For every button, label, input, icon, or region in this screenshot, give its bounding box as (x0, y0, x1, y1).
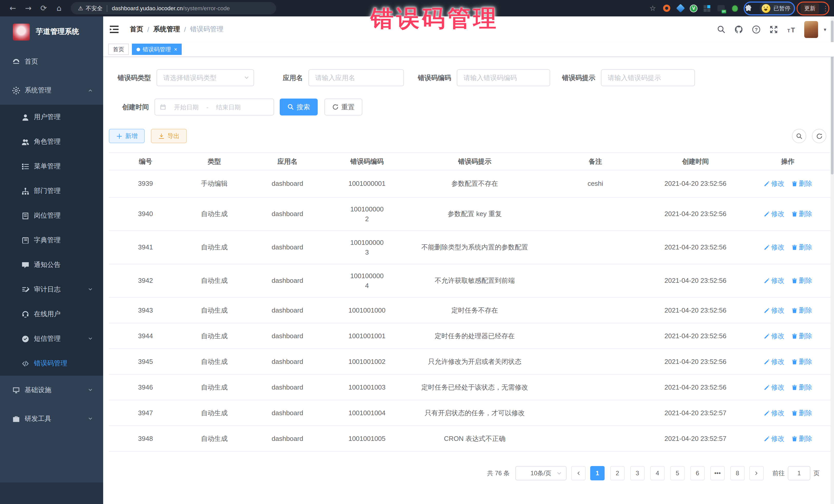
start-date-input[interactable] (166, 104, 206, 111)
sidebar-item-部门管理[interactable]: 部门管理 (0, 179, 103, 203)
type-select[interactable] (156, 69, 254, 86)
delete-link[interactable]: 删除 (791, 179, 812, 189)
browser-update-button[interactable]: 更新 (800, 3, 819, 14)
url-domain[interactable]: dashboard.yudao.iocoder.cn (112, 5, 183, 11)
breadcrumb-system[interactable]: 系统管理 (153, 25, 180, 34)
breadcrumb-home[interactable]: 首页 (130, 25, 143, 34)
sidebar-item-短信管理[interactable]: 短信管理 (0, 326, 103, 351)
edit-link[interactable]: 修改 (764, 357, 785, 367)
date-range-picker[interactable]: - (154, 98, 274, 115)
delete-link[interactable]: 删除 (791, 382, 812, 392)
page-more-button[interactable]: ••• (710, 466, 725, 480)
tag-home[interactable]: 首页 (108, 44, 129, 55)
edit-link[interactable]: 修改 (764, 382, 785, 392)
page-number-button[interactable]: 2 (610, 466, 624, 480)
delete-link[interactable]: 删除 (791, 434, 812, 444)
sidebar-item-研发工具[interactable]: 研发工具 (0, 404, 103, 433)
sidebar-collapse-area[interactable] (0, 482, 103, 504)
font-size-icon[interactable]: TT (787, 25, 795, 34)
sidebar-item-字典管理[interactable]: 字典管理 (0, 228, 103, 253)
extension-on-badge-icon[interactable] (717, 4, 725, 13)
sidebar-item-通知公告[interactable]: 通知公告 (0, 253, 103, 277)
extension-vue-devtools-icon[interactable]: V (690, 4, 698, 12)
refresh-table-button[interactable] (812, 129, 826, 143)
table-row[interactable]: 3943 自动生成 dashboard 1001001000 定时任务不存在 2… (109, 298, 831, 323)
delete-link[interactable]: 删除 (791, 408, 812, 418)
fullscreen-icon[interactable] (769, 25, 778, 34)
page-number-button[interactable]: 5 (670, 466, 685, 480)
sidebar-item-错误码管理[interactable]: 错误码管理 (0, 351, 103, 376)
sidebar-item-在线用户[interactable]: 在线用户 (0, 302, 103, 326)
tag-close-icon[interactable]: × (174, 46, 177, 52)
delete-link[interactable]: 删除 (791, 276, 812, 286)
sidebar-item-基础设施[interactable]: 基础设施 (0, 376, 103, 404)
page-scrollbar[interactable] (830, 17, 834, 504)
page-number-button[interactable]: 1 (590, 466, 605, 480)
edit-link[interactable]: 修改 (764, 209, 785, 219)
sidebar-item-角色管理[interactable]: 角色管理 (0, 129, 103, 154)
browser-menu-dots-icon[interactable]: ⋮ (822, 4, 829, 12)
page-size-select[interactable]: 10条/页 (515, 466, 567, 480)
page-number-button[interactable]: 3 (630, 466, 644, 480)
table-row[interactable]: 3945 自动生成 dashboard 1001001002 只允许修改为开启或… (109, 349, 831, 375)
code-input[interactable] (457, 69, 550, 86)
edit-link[interactable]: 修改 (764, 434, 785, 444)
browser-home-icon[interactable]: ⌂ (51, 4, 67, 13)
end-date-input[interactable] (208, 104, 248, 111)
add-button[interactable]: 新增 (109, 129, 145, 143)
table-row[interactable]: 3940 自动生成 dashboard 100100000 2 参数配置 key… (109, 198, 831, 231)
edit-link[interactable]: 修改 (764, 331, 785, 341)
table-row[interactable]: 3939 手动编辑 dashboard 1001000001 参数配置不存在 c… (109, 170, 831, 198)
edit-link[interactable]: 修改 (764, 179, 785, 189)
delete-link[interactable]: 删除 (791, 357, 812, 367)
table-row[interactable]: 3941 自动生成 dashboard 100100000 3 不能删除类型为系… (109, 231, 831, 264)
address-bar[interactable]: ⚠ 不安全 dashboard.yudao.iocoder.cn /system… (71, 2, 276, 14)
edit-link[interactable]: 修改 (764, 305, 785, 315)
reset-button[interactable]: 重置 (324, 98, 363, 115)
browser-reload-icon[interactable]: ⟳ (36, 4, 51, 13)
avatar-caret-icon[interactable]: ▾ (824, 26, 826, 32)
next-page-button[interactable] (749, 466, 764, 480)
sidebar-item-审计日志[interactable]: 审计日志 (0, 277, 103, 302)
sidebar-item-岗位管理[interactable]: 岗位管理 (0, 203, 103, 228)
extensions-puzzle-icon[interactable] (744, 4, 753, 13)
github-icon[interactable] (734, 25, 743, 34)
table-row[interactable]: 3942 自动生成 dashboard 100100000 4 不允许获取敏感配… (109, 264, 831, 298)
browser-back-icon[interactable]: ← (5, 4, 21, 13)
extension-plant-icon[interactable] (730, 4, 739, 13)
msg-input[interactable] (601, 69, 695, 86)
delete-link[interactable]: 删除 (791, 242, 812, 253)
table-row[interactable]: 3944 自动生成 dashboard 1001001001 定时任务的处理器已… (109, 323, 831, 349)
user-avatar[interactable] (804, 21, 818, 38)
browser-profile-chip[interactable]: 已暂停 (760, 2, 795, 14)
page-number-button[interactable]: 4 (650, 466, 665, 480)
sidebar-item-系统管理[interactable]: 系统管理 (0, 76, 103, 105)
table-row[interactable]: 3947 自动生成 dashboard 1001001004 只有开启状态的任务… (109, 400, 831, 426)
extension-orange-ring-icon[interactable] (662, 4, 671, 13)
extension-blue-gem-icon[interactable] (676, 4, 685, 13)
sidebar-item-首页[interactable]: 首页 (0, 47, 103, 76)
url-path[interactable]: /system/error-code (183, 5, 230, 11)
table-row[interactable]: 3946 自动生成 dashboard 1001001003 定时任务已经处于该… (109, 375, 831, 400)
search-button[interactable]: 搜索 (280, 98, 318, 115)
delete-link[interactable]: 删除 (791, 305, 812, 315)
extension-grid-icon[interactable] (703, 4, 711, 13)
delete-link[interactable]: 删除 (791, 209, 812, 219)
browser-forward-icon[interactable]: → (21, 4, 36, 13)
search-icon[interactable] (717, 25, 726, 34)
edit-link[interactable]: 修改 (764, 242, 785, 253)
delete-link[interactable]: 删除 (791, 331, 812, 341)
table-row[interactable]: 3948 自动生成 dashboard 1001001005 CRON 表达式不… (109, 426, 831, 452)
sidebar-logo-row[interactable]: 芋道管理系统 (0, 17, 103, 47)
export-button[interactable]: 导出 (151, 129, 187, 143)
tag-error-code[interactable]: 错误码管理 × (132, 44, 182, 55)
bookmark-star-icon[interactable]: ☆ (650, 4, 656, 12)
goto-page-input[interactable] (788, 466, 810, 480)
help-icon[interactable]: ? (752, 25, 761, 34)
app-input[interactable] (308, 69, 404, 86)
prev-page-button[interactable] (571, 466, 586, 480)
hamburger-icon[interactable] (110, 25, 118, 33)
toggle-search-button[interactable] (792, 129, 806, 143)
page-number-button[interactable]: 8 (730, 466, 745, 480)
edit-link[interactable]: 修改 (764, 276, 785, 286)
